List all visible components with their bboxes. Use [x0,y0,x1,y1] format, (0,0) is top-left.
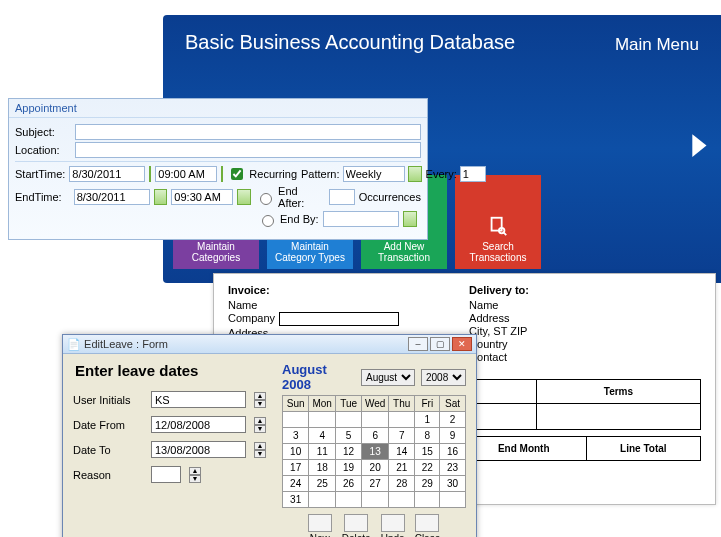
recurring-label: Recurring [249,168,297,180]
calendar-grid[interactable]: SunMonTueWedThuFriSat 123456789101112131… [282,395,466,508]
pattern-label: Pattern: [301,168,340,180]
pattern-input[interactable] [343,166,405,182]
every-input[interactable] [460,166,486,182]
td-terms [536,404,700,430]
calendar-day[interactable]: 23 [440,460,466,476]
calendar-day[interactable]: 26 [336,476,362,492]
endby-input[interactable] [323,211,399,227]
calendar-day[interactable]: 31 [283,492,309,508]
calendar-day [440,492,466,508]
dow-header: Mon [309,396,336,412]
from-spinner[interactable]: ▲▼ [254,417,266,433]
th-end: End Month [461,437,586,461]
calendar-day[interactable]: 20 [362,460,389,476]
calendar-day[interactable]: 17 [283,460,309,476]
tile-search-transactions[interactable]: Search Transactions [455,175,541,269]
calendar-tools: NewDeleteUndoClose [282,514,466,537]
calendar-day[interactable]: 1 [415,412,440,428]
occurrences-input[interactable] [329,189,355,205]
calendar-day[interactable]: 14 [389,444,415,460]
calendar-day[interactable]: 24 [283,476,309,492]
calendar-day [336,492,362,508]
tile-label: Search Transactions [461,241,535,263]
calendar-day[interactable]: 4 [309,428,336,444]
calendar-day[interactable]: 7 [389,428,415,444]
dow-header: Sun [283,396,309,412]
end-date-input[interactable] [74,189,150,205]
start-time-dropdown[interactable] [221,166,223,182]
tool-undo[interactable]: Undo [381,514,405,537]
calendar-day[interactable]: 6 [362,428,389,444]
location-input[interactable] [75,142,421,158]
calendar-day [389,412,415,428]
minimize-button[interactable]: – [408,337,428,351]
endafter-label: End After: [278,185,325,209]
calendar-day[interactable]: 27 [362,476,389,492]
tool-delete[interactable]: Delete [342,514,371,537]
tool-new[interactable]: New [308,514,332,537]
reason-spinner[interactable]: ▲▼ [189,467,201,483]
end-time-input[interactable] [171,189,233,205]
start-label: StartTime: [15,168,65,180]
calendar-day[interactable]: 2 [440,412,466,428]
year-select[interactable]: 2008 [421,369,466,386]
editleave-titlebar[interactable]: 📄 EditLeave : Form – ▢ ✕ [63,335,476,354]
to-label: Date To [73,444,143,456]
dow-header: Tue [336,396,362,412]
calendar-day [415,492,440,508]
start-date-dropdown[interactable] [149,166,151,182]
calendar-day[interactable]: 12 [336,444,362,460]
end-date-dropdown[interactable] [154,189,168,205]
calendar-day[interactable]: 10 [283,444,309,460]
appointment-window: Appointment Subject: Location: StartTime… [8,98,428,240]
invoice-header: Invoice: [228,284,399,296]
user-spinner[interactable]: ▲▼ [254,392,266,408]
calendar-day[interactable]: 9 [440,428,466,444]
start-date-input[interactable] [69,166,145,182]
calendar-day[interactable]: 21 [389,460,415,476]
calendar-day[interactable]: 28 [389,476,415,492]
endby-radio[interactable] [262,215,274,227]
calendar-day[interactable]: 13 [362,444,389,460]
delete-icon [344,514,368,532]
end-time-dropdown[interactable] [237,189,251,205]
calendar-day[interactable]: 3 [283,428,309,444]
calendar-day[interactable]: 18 [309,460,336,476]
reason-input[interactable] [151,466,181,483]
calendar-month-title: August 2008 [282,362,355,392]
subject-input[interactable] [75,124,421,140]
dow-header: Wed [362,396,389,412]
calendar-day[interactable]: 19 [336,460,362,476]
calendar-day[interactable]: 5 [336,428,362,444]
calendar-day[interactable]: 22 [415,460,440,476]
to-input[interactable] [151,441,246,458]
from-input[interactable] [151,416,246,433]
delivery-country: Country [469,338,529,350]
calendar-day[interactable]: 11 [309,444,336,460]
endafter-radio[interactable] [260,193,272,205]
calendar-day[interactable]: 15 [415,444,440,460]
appointment-body: Subject: Location: StartTime: Recurring … [9,118,427,239]
search-doc-icon [487,215,509,237]
calendar-day[interactable]: 29 [415,476,440,492]
tool-close[interactable]: Close [415,514,441,537]
leave-heading: Enter leave dates [75,362,266,379]
close-button[interactable]: ✕ [452,337,472,351]
user-input[interactable] [151,391,246,408]
calendar-day[interactable]: 25 [309,476,336,492]
start-time-input[interactable] [155,166,217,182]
calendar-day[interactable]: 30 [440,476,466,492]
calendar-day[interactable]: 8 [415,428,440,444]
month-select[interactable]: August [361,369,415,386]
endby-dropdown[interactable] [403,211,417,227]
editleave-title: 📄 EditLeave : Form [67,338,168,351]
pattern-dropdown[interactable] [408,166,422,182]
new-icon [308,514,332,532]
company-box [279,312,399,326]
calendar-day[interactable]: 16 [440,444,466,460]
calendar-day [362,492,389,508]
maximize-button[interactable]: ▢ [430,337,450,351]
undo-icon [381,514,405,532]
recurring-checkbox[interactable] [231,168,243,180]
to-spinner[interactable]: ▲▼ [254,442,266,458]
